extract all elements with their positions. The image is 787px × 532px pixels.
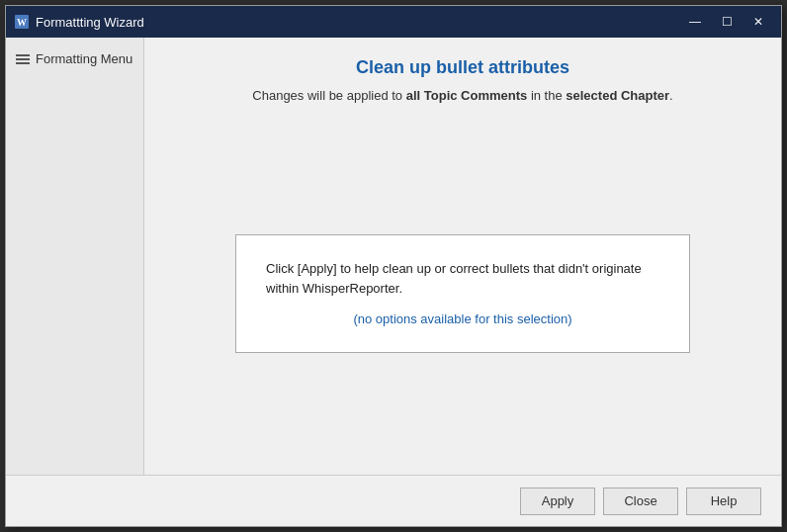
window-title: Formattting Wizard	[36, 15, 680, 30]
hamburger-icon	[16, 54, 30, 64]
svg-text:W: W	[17, 17, 27, 28]
subtitle-prefix: Changes will be applied to	[252, 88, 405, 103]
info-line1: Click [Apply] to help clean up or correc…	[266, 261, 642, 276]
footer: Apply Close Help	[6, 475, 781, 526]
main-panel: Clean up bullet attributes Changes will …	[144, 38, 781, 475]
apply-button[interactable]: Apply	[520, 488, 595, 515]
window-icon: W	[14, 14, 30, 30]
close-button[interactable]: Close	[603, 488, 678, 515]
minimize-button[interactable]: —	[680, 11, 710, 33]
close-window-button[interactable]: ✕	[743, 11, 773, 33]
page-title: Clean up bullet attributes	[164, 57, 761, 78]
titlebar: W Formattting Wizard — ☐ ✕	[6, 6, 781, 38]
main-window: W Formattting Wizard — ☐ ✕ Formatting Me…	[5, 5, 782, 527]
sidebar-item-label: Formatting Menu	[36, 51, 132, 66]
main-body: Click [Apply] to help clean up or correc…	[144, 113, 781, 475]
main-header: Clean up bullet attributes Changes will …	[144, 38, 781, 113]
subtitle-bold2: selected Chapter	[566, 88, 669, 103]
info-box: Click [Apply] to help clean up or correc…	[235, 234, 690, 353]
subtitle-bold1: all Topic Comments	[406, 88, 528, 103]
content-area: Formatting Menu Clean up bullet attribut…	[6, 38, 781, 475]
sidebar: Formatting Menu	[6, 38, 144, 475]
subtitle-middle: in the	[527, 88, 566, 103]
titlebar-controls: — ☐ ✕	[680, 11, 773, 33]
info-box-sub: (no options available for this selection…	[266, 311, 659, 326]
sidebar-item-formatting-menu[interactable]: Formatting Menu	[6, 45, 143, 72]
help-button[interactable]: Help	[686, 488, 761, 515]
main-subtitle: Changes will be applied to all Topic Com…	[164, 88, 761, 103]
subtitle-suffix: .	[669, 88, 673, 103]
info-line2: within WhisperReporter.	[266, 281, 402, 296]
maximize-button[interactable]: ☐	[712, 11, 742, 33]
info-box-text: Click [Apply] to help clean up or correc…	[266, 259, 659, 298]
